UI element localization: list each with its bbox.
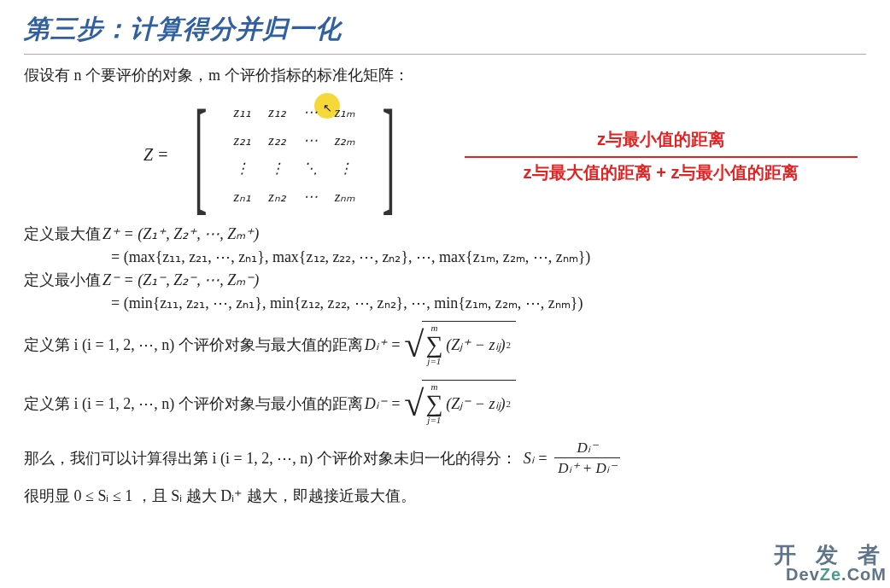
dist-minus-sym: Dᵢ⁻ =	[365, 394, 401, 413]
matrix-cell: z₂₂	[260, 126, 295, 154]
matrix-cell: ⋮	[260, 154, 295, 183]
matrix-cell: ⋯	[295, 126, 326, 154]
red-formula-bar	[465, 156, 858, 158]
inner-plus: (Zⱼ⁺ − zᵢⱼ)	[446, 335, 505, 354]
red-formula-denominator: z与最大值的距离 + z与最小值的距离	[465, 161, 858, 184]
score-sym: Sᵢ =	[524, 449, 548, 468]
matrix-cell: ⋮	[326, 154, 365, 183]
frac-num: Dᵢ⁻	[573, 439, 600, 457]
inner-minus: (Zⱼ⁻ − zᵢⱼ)	[446, 394, 505, 413]
watermark-en-c: .CoM	[841, 565, 887, 584]
dist-plus-row: 定义第 i (i = 1, 2, ⋯, n) 个评价对象与最大值的距离 Dᵢ⁺ …	[24, 321, 866, 368]
sqrt-sign: √	[404, 390, 424, 417]
red-formula-numerator: z与最小值的距离	[465, 128, 858, 154]
cursor-icon: ↖︎	[323, 102, 332, 114]
watermark-en-b: Ze	[820, 565, 841, 584]
sum-block: m ∑ j=1	[425, 323, 442, 366]
score-text: 那么，我们可以计算得出第 i (i = 1, 2, ⋯, n) 个评价对象未归一…	[24, 448, 517, 469]
frac-bar	[554, 457, 620, 458]
sqrt-block-plus: √ m ∑ j=1 (Zⱼ⁺ − zᵢⱼ) 2	[404, 321, 516, 368]
sum-block: m ∑ j=1	[425, 382, 442, 425]
watermark: 开 发 者 DevZe.CoM	[774, 544, 887, 583]
page-title: 第三步：计算得分并归一化	[24, 12, 866, 47]
def-max-expr2: = (max{z₁₁, z₂₁, ⋯, zₙ₁}, max{z₁₂, z₂₂, …	[111, 247, 590, 266]
sqrt-sign: √	[404, 331, 424, 358]
matrix-cell: zₙ₂	[260, 183, 295, 211]
right-bracket: ]	[383, 90, 395, 218]
sqrt-body: m ∑ j=1 (Zⱼ⁺ − zᵢⱼ) 2	[422, 321, 516, 368]
left-bracket: [	[194, 90, 207, 218]
def-max-row2: = (max{z₁₁, z₂₁, ⋯, zₙ₁}, max{z₁₂, z₂₂, …	[111, 247, 866, 266]
matrix-cell: zₙ₁	[225, 183, 261, 211]
dist-plus-text: 定义第 i (i = 1, 2, ⋯, n) 个评价对象与最大值的距离	[24, 335, 363, 355]
document-page: 第三步：计算得分并归一化 假设有 n 个要评价的对象，m 个评价指标的标准化矩阵…	[0, 0, 890, 588]
sum-lower: j=1	[427, 357, 441, 366]
dist-minus-row: 定义第 i (i = 1, 2, ⋯, n) 个评价对象与最小值的距离 Dᵢ⁻ …	[24, 380, 866, 427]
matrix-cell: z₂ₘ	[326, 126, 365, 154]
score-fraction: Dᵢ⁻ Dᵢ⁺ + Dᵢ⁻	[554, 439, 620, 477]
matrix-body: ↖︎ z₁₁ z₁₂ ⋯ z₁ₘ z₂₁ z₂₂ ⋯ z₂ₘ ⋮ ⋮ ⋱	[222, 93, 368, 216]
title-divider	[24, 54, 866, 55]
intro-text: 假设有 n 个要评价的对象，m 个评价指标的标准化矩阵：	[24, 65, 866, 85]
matrix-cell: ⋯	[295, 183, 326, 211]
matrix-cell: ⋮	[225, 154, 261, 183]
watermark-cn: 开 发 者	[774, 544, 887, 566]
def-max-row1: 定义最大值 Z⁺ = (Z₁⁺, Z₂⁺, ⋯, Zₘ⁺)	[24, 224, 866, 244]
matrix-cell: ⋯	[295, 98, 326, 126]
watermark-en-a: Dev	[786, 565, 820, 584]
matrix-cell: z₁₁	[225, 98, 261, 126]
matrix-cell: ⋱	[295, 154, 326, 183]
sqrt-body: m ∑ j=1 (Zⱼ⁻ − zᵢⱼ) 2	[422, 380, 516, 427]
sqrt-block-minus: √ m ∑ j=1 (Zⱼ⁻ − zᵢⱼ) 2	[404, 380, 516, 427]
sigma-icon: ∑	[425, 392, 442, 416]
frac-den: Dᵢ⁺ + Dᵢ⁻	[554, 459, 620, 477]
score-row: 那么，我们可以计算得出第 i (i = 1, 2, ⋯, n) 个评价对象未归一…	[24, 439, 866, 477]
matrix-cell: z₂₁	[225, 126, 261, 154]
last-line: 很明显 0 ≤ Sᵢ ≤ 1 ，且 Sᵢ 越大 Dᵢ⁺ 越大，即越接近最大值。	[24, 486, 866, 506]
matrix-lhs: Z =	[143, 145, 169, 165]
def-min-row1: 定义最小值 Z⁻ = (Z₁⁻, Z₂⁻, ⋯, Zₘ⁻)	[24, 270, 866, 290]
def-min-expr2: = (min{z₁₁, z₂₁, ⋯, zₙ₁}, min{z₁₂, z₂₂, …	[111, 294, 583, 312]
dist-plus-sym: Dᵢ⁺ =	[365, 335, 401, 354]
red-formula: z与最小值的距离 z与最大值的距离 + z与最小值的距离	[465, 128, 858, 184]
def-max-expr1: Z⁺ = (Z₁⁺, Z₂⁺, ⋯, Zₘ⁺)	[102, 224, 259, 243]
def-min-expr1: Z⁻ = (Z₁⁻, Z₂⁻, ⋯, Zₘ⁻)	[102, 271, 259, 289]
matrix-cell: z₁₂	[260, 98, 295, 126]
dist-minus-text: 定义第 i (i = 1, 2, ⋯, n) 个评价对象与最小值的距离	[24, 393, 363, 414]
def-min-label: 定义最小值	[24, 270, 101, 290]
sigma-icon: ∑	[425, 333, 442, 357]
watermark-en: DevZe.CoM	[774, 566, 887, 583]
def-max-label: 定义最大值	[24, 224, 101, 244]
def-min-row2: = (min{z₁₁, z₂₁, ⋯, zₙ₁}, min{z₁₂, z₂₂, …	[111, 294, 866, 312]
sum-lower: j=1	[427, 416, 441, 425]
matrix-cell: zₙₘ	[326, 183, 365, 211]
